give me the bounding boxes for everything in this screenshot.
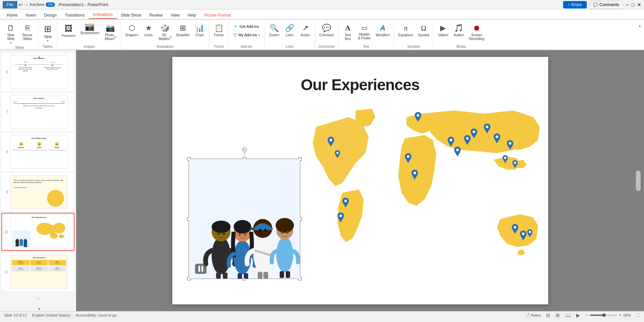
reading-view-btn[interactable]: 📖 <box>565 313 571 318</box>
minimize-btn[interactable]: ─ <box>626 2 629 7</box>
audio-button[interactable]: 🎵 Audio ▾ <box>451 22 466 38</box>
collapse-ribbon-btn[interactable]: ∧ <box>637 22 643 30</box>
slideshow-btn[interactable]: ▶ <box>576 313 580 318</box>
tab-slideshow[interactable]: Slide Show <box>117 12 145 19</box>
tab-insert[interactable]: Insert <box>22 12 40 19</box>
table-arrow: ▾ <box>47 39 48 42</box>
zoom-in-icon[interactable]: + <box>619 313 621 318</box>
3d-models-button[interactable]: 🎲 3DModels ▾ <box>157 22 173 42</box>
screen-recording-button[interactable]: ⏺ ScreenRecording <box>467 22 487 42</box>
pause-overlay[interactable] <box>195 264 207 274</box>
undo-btn[interactable]: ↩ <box>19 2 23 7</box>
table-button[interactable]: ⊞ Table ▾ <box>40 22 55 44</box>
shapes-arrow: ▾ <box>137 34 138 37</box>
svg-point-28 <box>522 233 524 235</box>
photo-album-button[interactable]: 📷 PhotoAlbum ▾ <box>102 22 119 42</box>
symbol-icon: Ω <box>421 24 426 33</box>
svg-point-21 <box>486 125 488 128</box>
svg-rect-36 <box>216 273 221 279</box>
svg-rect-37 <box>223 273 228 279</box>
my-addins-arrow: ▾ <box>258 34 260 37</box>
video-button[interactable]: ▶ Video ▾ <box>436 22 451 38</box>
zoom-label: Zoom <box>269 33 278 37</box>
zoom-button[interactable]: 🔍 Zoom ▾ <box>267 22 282 38</box>
comment-button[interactable]: 💬 Comment <box>317 22 336 38</box>
header-footer-icon: ▭ <box>361 24 368 32</box>
tab-transitions[interactable]: Transitions <box>61 12 88 19</box>
svg-point-24 <box>509 142 511 145</box>
tab-design[interactable]: Design <box>40 12 61 19</box>
svg-point-9 <box>53 235 53 235</box>
share-icon: ↑ <box>568 2 570 7</box>
svg-point-57 <box>281 231 283 234</box>
illustrations-group-label: Illustrations <box>123 45 207 49</box>
svg-point-8 <box>55 227 56 228</box>
get-addins-icon: ＋ <box>233 23 238 29</box>
slide-canvas[interactable]: Our Experiences <box>172 57 548 304</box>
action-button[interactable]: ↗ Action <box>298 22 313 38</box>
comment-icon: 💬 <box>322 24 331 33</box>
svg-point-49 <box>259 229 261 232</box>
new-slide-button[interactable]: 🗋 NewSlide ▾ <box>3 22 18 46</box>
normal-view-btn[interactable]: ⊟ <box>546 313 550 318</box>
zoom-slider[interactable]: − + 68% <box>585 313 631 318</box>
slide-panel-scroll-down[interactable]: ▼ <box>37 306 42 312</box>
close-btn[interactable]: ✕ <box>637 2 641 7</box>
header-footer-button[interactable]: ▭ Header& Footer <box>356 22 373 41</box>
screenshot-button[interactable]: 📸 Screenshot ▾ <box>78 22 101 36</box>
svg-point-14 <box>339 215 342 217</box>
notes-button[interactable]: 📝 Notes <box>525 313 541 317</box>
forms-button[interactable]: 📋 Forms <box>211 22 226 38</box>
autosave-toggle[interactable]: AutoSave ON <box>29 2 55 7</box>
maximize-btn[interactable]: □ <box>632 2 635 7</box>
text-box-button[interactable]: A TextBox <box>340 22 355 42</box>
tab-animations[interactable]: Animations <box>89 11 117 19</box>
image-selected[interactable]: ↻ <box>189 159 300 279</box>
slide-thumb-9[interactable]: 9 "This is a quote, words full of wisdom… <box>1 173 74 211</box>
chart-button[interactable]: 📊 Chart <box>192 22 207 38</box>
ribbon-group-media: ▶ Video ▾ 🎵 Audio ▾ ⏺ ScreenRecording Me… <box>434 21 489 49</box>
symbol-button[interactable]: Ω Symbol <box>416 22 431 38</box>
zoom-out-icon[interactable]: − <box>585 313 588 318</box>
slide-thumb-11[interactable]: 11 Our Services MercurySome info VenusSo… <box>1 253 74 291</box>
slide-sorter-btn[interactable]: ⊞ <box>556 313 560 318</box>
get-addins-button[interactable]: ＋ Get Add-ins <box>231 22 262 31</box>
svg-point-7 <box>50 228 51 229</box>
slide-thumb-8[interactable]: 8 Our Philosophy ● Mission Some info her… <box>1 133 74 171</box>
text-group-label: Text <box>340 45 392 49</box>
equation-icon: π <box>404 24 408 33</box>
comments-button[interactable]: 💬 Comments <box>589 1 623 9</box>
my-addins-button[interactable]: ▽ My Add-ins ▾ <box>231 31 262 39</box>
redo-btn[interactable]: ↪ <box>24 2 28 7</box>
icons-button[interactable]: ★ Icons <box>141 22 156 38</box>
reuse-slides-label: ReuseSlides <box>23 33 33 41</box>
tab-picture-format[interactable]: Picture Format <box>200 12 235 19</box>
reuse-slides-button[interactable]: ⎘ ReuseSlides <box>19 22 36 42</box>
slide-preview-9: "This is a quote, words full of wisdom t… <box>10 175 68 209</box>
svg-point-6 <box>47 229 48 230</box>
fit-button[interactable]: ⛶ <box>636 313 640 317</box>
ribbon-collapse[interactable]: ∧ <box>637 21 643 49</box>
pictures-button[interactable]: 🖼 Pictures ▾ <box>60 22 78 39</box>
link-button[interactable]: 🔗 Link ▾ <box>282 22 297 38</box>
tab-review[interactable]: Review <box>145 12 167 19</box>
tab-home[interactable]: Home <box>3 12 22 19</box>
slide-panel-scroll-up[interactable]: ▲ <box>37 54 42 60</box>
shapes-button[interactable]: ⬡ Shapes ▾ <box>123 22 141 38</box>
tab-view[interactable]: View <box>167 12 184 19</box>
tab-help[interactable]: Help <box>184 12 200 19</box>
zoom-arrow: ▾ <box>278 34 279 37</box>
rotate-handle[interactable]: ↻ <box>242 147 247 152</box>
video-label: Video <box>438 33 447 37</box>
file-tab[interactable]: File <box>3 1 17 8</box>
svg-point-35 <box>222 232 225 235</box>
slide-thumb-10[interactable]: 10 Our Experiences <box>1 213 74 251</box>
svg-point-34 <box>217 232 220 235</box>
new-slide-arrow: ▾ <box>10 41 12 44</box>
canvas-scroll-right[interactable] <box>636 170 641 191</box>
slide-thumb-7[interactable]: 7 Our History 2015 2020 Neptune is the f… <box>1 93 74 131</box>
wordart-button[interactable]: A WordArt ▾ <box>373 22 392 38</box>
equation-button[interactable]: π Equation ▾ <box>396 22 415 38</box>
smartart-button[interactable]: ⊞ SmartArt <box>174 22 191 38</box>
share-button[interactable]: ↑ Share <box>563 1 587 8</box>
